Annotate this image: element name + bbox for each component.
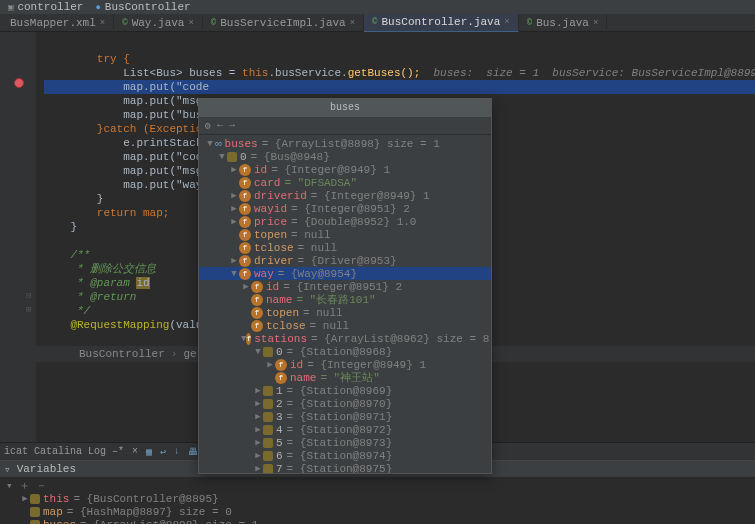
tree-node[interactable]: fprice= {Double@8952} 1.0 [199,215,491,228]
tree-node[interactable]: 0= {Bus@8948} [199,150,491,163]
expand-arrow-icon[interactable] [241,281,251,292]
close-icon[interactable]: × [100,18,105,28]
expand-arrow-icon[interactable] [20,493,30,504]
forward-icon[interactable]: → [229,120,235,131]
fold-plus-icon[interactable]: ⊞ [26,304,31,315]
scroll-icon[interactable]: ↓ [174,446,180,457]
object-icon [263,451,273,461]
tree-node[interactable]: 5= {Station@8973} [199,436,491,449]
tree-node[interactable]: 4= {Station@8972} [199,423,491,436]
node-value: = null [303,307,343,319]
expand-arrow-icon[interactable] [253,463,263,473]
tree-node[interactable]: fname= "神王站" [199,371,491,384]
tree-node[interactable]: ftopen= null [199,306,491,319]
close-icon[interactable]: × [188,18,193,28]
file-tab-way[interactable]: © Way.java × [114,14,203,32]
expand-arrow-icon[interactable] [253,450,263,461]
tree-node[interactable]: ftopen= null [199,228,491,241]
expand-arrow-icon[interactable] [253,398,263,409]
filter-row[interactable]: ▾ ＋ － [0,479,755,492]
field-icon: f [246,333,251,345]
expand-arrow-icon[interactable] [253,347,263,357]
expand-arrow-icon[interactable] [217,152,227,162]
back-icon[interactable]: ← [217,120,223,131]
wrap-icon[interactable]: ↩ [160,446,166,458]
funnel-icon[interactable]: ▾ [6,479,13,492]
variable-node[interactable]: buses= {ArrayList@8898} size = 1 [0,518,755,524]
variables-tree[interactable]: ▾ ＋ － this= {BusController@8895}map= {Ha… [0,477,755,524]
tree-node[interactable]: fcard= "DFSADSA" [199,176,491,189]
expand-arrow-icon[interactable] [229,164,239,175]
breadcrumb-class[interactable]: BusController [76,348,168,360]
expand-arrow-icon[interactable] [253,411,263,422]
tree-node[interactable]: fname= "长春路101" [199,293,491,306]
funnel-icon[interactable]: ▿ [4,463,11,476]
tree-node[interactable]: 7= {Station@8975} [199,462,491,473]
file-tab-busserviceimpl[interactable]: © BusServiceImpl.java × [203,14,364,32]
expand-arrow-icon[interactable] [253,385,263,396]
breakpoint-icon[interactable] [14,78,24,88]
expand-arrow-icon[interactable] [205,139,215,149]
node-value: = {Driver@8953} [298,255,397,267]
close-icon[interactable]: × [504,17,509,27]
node-value: = null [291,229,331,241]
node-value: = {Station@8973} [287,437,393,449]
class-icon: © [527,18,532,28]
expand-arrow-icon[interactable] [229,203,239,214]
chevron-right-icon [168,348,181,360]
tab-buscontroller-top[interactable]: BusController [89,0,196,14]
field-icon: f [251,307,263,319]
tree-node[interactable]: 3= {Station@8971} [199,410,491,423]
node-value: = {Integer@8951} 2 [283,281,402,293]
file-tab-buscontroller[interactable]: © BusController.java × [364,14,519,32]
tree-node[interactable]: ftclose= null [199,241,491,254]
minus-icon[interactable]: － [36,478,47,493]
variable-node[interactable]: map= {HashMap@8897} size = 0 [0,505,755,518]
expand-arrow-icon[interactable] [229,216,239,227]
expand-arrow-icon[interactable] [229,255,239,266]
print-icon[interactable]: 🖶 [188,446,198,458]
tree-node[interactable]: ftclose= null [199,319,491,332]
code-editor[interactable]: ⊟ ⊞ try { List<Bus> buses = this.busServ… [0,32,755,442]
tree-node[interactable]: fdriver= {Driver@8953} [199,254,491,267]
node-value: = null [310,320,350,332]
node-name: map [43,506,63,518]
expand-arrow-icon[interactable] [229,269,239,279]
variable-node[interactable]: this= {BusController@8895} [0,492,755,505]
node-value: = {Integer@8949} 1 [307,359,426,371]
file-tab-busmapper[interactable]: BusMapper.xml × [2,14,114,32]
tree-node[interactable]: fid= {Integer@8949} 1 [199,163,491,176]
expand-arrow-icon[interactable] [253,437,263,448]
tree-node[interactable]: 2= {Station@8970} [199,397,491,410]
settings-icon[interactable]: ⚙ [205,120,211,132]
node-name: name [266,294,292,306]
node-value: = "DFSADSA" [284,177,357,189]
tree-node[interactable]: buses= {ArrayList@8898} size = 1 [199,137,491,150]
evaluate-popup[interactable]: buses ⚙ ← → buses= {ArrayList@8898} size… [198,98,492,474]
close-icon[interactable]: × [593,18,598,28]
tree-node[interactable]: 6= {Station@8974} [199,449,491,462]
add-icon[interactable]: ＋ [19,478,30,493]
tree-node[interactable]: fway= {Way@8954} [199,267,491,280]
tree-node[interactable]: 0= {Station@8968} [199,345,491,358]
tree-node[interactable]: fstations= {ArrayList@8962} size = 8 [199,332,491,345]
tree-node[interactable]: 1= {Station@8969} [199,384,491,397]
variables-title: Variables [17,463,76,475]
expand-arrow-icon[interactable] [253,424,263,435]
tab-controller[interactable]: controller [2,0,89,14]
close-icon[interactable]: × [350,18,355,28]
object-icon [263,425,273,435]
file-tab-bus[interactable]: © Bus.java × [519,14,608,32]
expand-arrow-icon[interactable] [265,359,275,370]
expand-arrow-icon[interactable] [229,190,239,201]
popup-variable-tree[interactable]: buses= {ArrayList@8898} size = 10= {Bus@… [199,135,491,473]
node-name: 2 [276,398,283,410]
tree-node[interactable]: fdriverid= {Integer@8949} 1 [199,189,491,202]
close-icon[interactable]: × [132,446,138,457]
node-value: = {Bus@8948} [251,151,330,163]
fold-minus-icon[interactable]: ⊟ [26,290,31,301]
node-value: = {Integer@8951} 2 [291,203,410,215]
tree-node[interactable]: fwayid= {Integer@8951} 2 [199,202,491,215]
filter-icon[interactable]: ▦ [146,446,152,458]
node-name: this [43,493,69,505]
